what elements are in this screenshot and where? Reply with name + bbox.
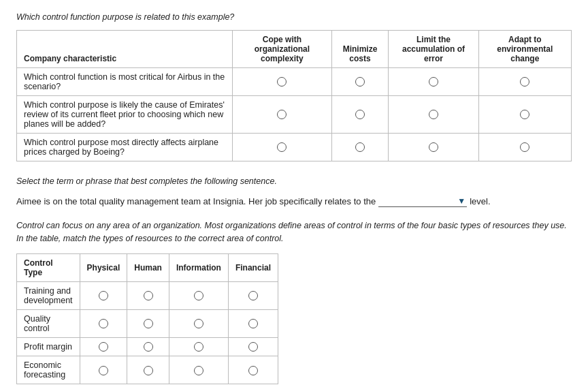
t2-row2-information[interactable] [169, 309, 228, 337]
table-row: Which control function is most critical … [17, 68, 572, 96]
radio-circle[interactable] [248, 366, 258, 375]
radio-circle[interactable] [520, 142, 529, 152]
radio-circle[interactable] [194, 342, 203, 352]
radio-circle[interactable] [429, 142, 438, 152]
table2-col-human: Human [127, 253, 169, 281]
row3-cope-radio[interactable] [233, 134, 332, 161]
chevron-down-icon: ▼ [457, 196, 466, 206]
radio-circle[interactable] [248, 342, 258, 352]
t2-row4-information[interactable] [169, 356, 228, 384]
t2-row3-information[interactable] [169, 337, 228, 356]
row2-minimize-radio[interactable] [331, 96, 389, 134]
radio-circle[interactable] [144, 342, 153, 352]
radio-circle[interactable] [144, 366, 153, 375]
row1-text: Which control function is most critical … [17, 68, 233, 96]
radio-circle[interactable] [277, 110, 287, 119]
table2-col-type: Control Type [17, 253, 80, 281]
table1-col-cope: Cope with organizational complexity [233, 31, 332, 68]
radio-circle[interactable] [355, 77, 365, 87]
radio-circle[interactable] [277, 142, 287, 152]
t2-row3-physical[interactable] [80, 337, 127, 356]
radio-circle[interactable] [194, 366, 203, 375]
radio-circle[interactable] [144, 319, 153, 328]
table1-col-limit: Limit the accumulation of error [389, 31, 478, 68]
table-row: Which control purpose is likely the caus… [17, 96, 572, 134]
row1-limit-radio[interactable] [389, 68, 478, 96]
t2-row1-human[interactable] [127, 281, 169, 309]
t2-row4-physical[interactable] [80, 356, 127, 384]
row-type-text: Profit margin [17, 337, 80, 356]
table-row: Profit margin [17, 337, 278, 356]
t2-row2-human[interactable] [127, 309, 169, 337]
radio-circle[interactable] [429, 77, 438, 87]
t2-row3-human[interactable] [127, 337, 169, 356]
radio-circle[interactable] [99, 319, 108, 328]
radio-circle[interactable] [194, 291, 203, 300]
radio-circle[interactable] [99, 291, 108, 300]
radio-circle[interactable] [194, 319, 203, 328]
table2-col-physical: Physical [80, 253, 127, 281]
table2: Control Type Physical Human Information … [16, 253, 278, 385]
radio-circle[interactable] [99, 366, 108, 375]
question2-section: Select the term or phrase that best comp… [16, 176, 572, 207]
radio-circle[interactable] [429, 110, 438, 119]
row3-limit-radio[interactable] [389, 134, 478, 161]
sentence-row: Aimee is on the total quality management… [16, 196, 572, 207]
row-type-text: Economic forecasting [17, 356, 80, 384]
row-type-text: Training and development [17, 281, 80, 309]
table1-col-adapt: Adapt to environmental change [478, 31, 571, 68]
t2-row4-financial[interactable] [228, 356, 278, 384]
radio-circle[interactable] [355, 110, 365, 119]
table1-col-company: Company characteristic [17, 31, 233, 68]
question1-label: Which control function purpose is relate… [16, 12, 572, 22]
t2-row1-financial[interactable] [228, 281, 278, 309]
table2-col-financial: Financial [228, 253, 278, 281]
table-row: Economic forecasting [17, 356, 278, 384]
radio-circle[interactable] [248, 291, 258, 300]
question3-label: Control can focus on any area of an orga… [16, 219, 572, 245]
sentence-before: Aimee is on the total quality management… [16, 196, 376, 206]
radio-circle[interactable] [520, 110, 529, 119]
radio-circle[interactable] [248, 319, 258, 328]
t2-row4-human[interactable] [127, 356, 169, 384]
row2-cope-radio[interactable] [233, 96, 332, 134]
level-dropdown[interactable]: ▼ [378, 196, 467, 207]
table1: Company characteristic Cope with organiz… [16, 30, 572, 161]
t2-row2-physical[interactable] [80, 309, 127, 337]
dropdown-value [380, 196, 455, 206]
t2-row2-financial[interactable] [228, 309, 278, 337]
t2-row3-financial[interactable] [228, 337, 278, 356]
sentence-after: level. [470, 196, 490, 206]
radio-circle[interactable] [520, 77, 529, 87]
table2-col-information: Information [169, 253, 228, 281]
radio-circle[interactable] [277, 77, 287, 87]
question2-label: Select the term or phrase that best comp… [16, 176, 572, 186]
row3-text: Which control purpose most directly affe… [17, 134, 233, 161]
t2-row1-information[interactable] [169, 281, 228, 309]
row1-cope-radio[interactable] [233, 68, 332, 96]
table-row: Quality control [17, 309, 278, 337]
row3-minimize-radio[interactable] [331, 134, 389, 161]
row1-minimize-radio[interactable] [331, 68, 389, 96]
row3-adapt-radio[interactable] [478, 134, 571, 161]
radio-circle[interactable] [99, 342, 108, 352]
row2-text: Which control purpose is likely the caus… [17, 96, 233, 134]
radio-circle[interactable] [144, 291, 153, 300]
table-row: Which control purpose most directly affe… [17, 134, 572, 161]
row2-adapt-radio[interactable] [478, 96, 571, 134]
radio-circle[interactable] [355, 142, 365, 152]
row1-adapt-radio[interactable] [478, 68, 571, 96]
table-row: Training and development [17, 281, 278, 309]
table1-col-minimize: Minimize costs [331, 31, 389, 68]
question3-section: Control can focus on any area of an orga… [16, 219, 572, 384]
row2-limit-radio[interactable] [389, 96, 478, 134]
t2-row1-physical[interactable] [80, 281, 127, 309]
row-type-text: Quality control [17, 309, 80, 337]
